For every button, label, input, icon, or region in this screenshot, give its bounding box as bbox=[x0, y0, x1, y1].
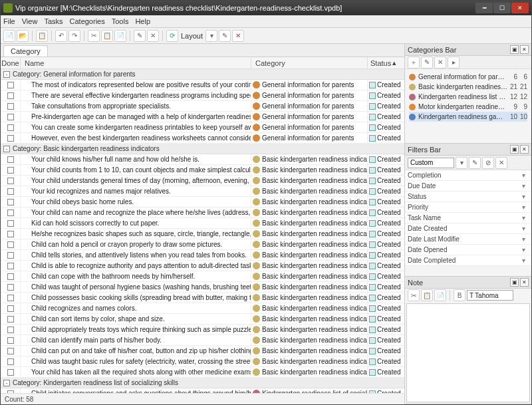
task-row[interactable]: There are several effective kindergarten… bbox=[1, 90, 404, 101]
filter-row[interactable]: Due Date▾ bbox=[405, 181, 531, 192]
done-checkbox[interactable] bbox=[7, 103, 14, 110]
col-name[interactable]: Name bbox=[21, 57, 251, 68]
col-category[interactable]: Category bbox=[251, 57, 368, 68]
task-row[interactable]: Your child understands general times of … bbox=[1, 176, 404, 186]
done-checkbox[interactable] bbox=[7, 241, 14, 248]
filter-row[interactable]: Date Opened▾ bbox=[405, 245, 531, 255]
panel-close-icon[interactable]: ✕ bbox=[520, 145, 529, 154]
cat-button[interactable]: ▸ bbox=[448, 57, 460, 68]
task-row[interactable]: You can create some kindergarten readine… bbox=[1, 122, 404, 133]
menu-tasks[interactable]: Tasks bbox=[44, 17, 63, 25]
filter-delete-button[interactable]: ✕ bbox=[495, 157, 507, 169]
task-row[interactable]: However, even the best kindergarten read… bbox=[1, 133, 404, 144]
done-checkbox[interactable] bbox=[7, 82, 14, 88]
filter-row[interactable]: Date Last Modifie▾ bbox=[405, 234, 531, 245]
group-header[interactable]: -Category: General information for paren… bbox=[1, 69, 404, 80]
col-status[interactable]: Status▴ bbox=[368, 57, 404, 68]
task-row[interactable]: Child can sort items by color, shape and… bbox=[1, 314, 404, 325]
task-row[interactable]: Child recognizes and names colors.Basic … bbox=[1, 303, 404, 314]
toolbar-button[interactable]: ✎ bbox=[219, 30, 231, 42]
done-checkbox[interactable] bbox=[7, 135, 14, 142]
toolbar-button[interactable]: 📄 bbox=[114, 30, 126, 42]
categories-list[interactable]: General information for parents66Basic k… bbox=[405, 69, 531, 124]
refresh-button[interactable]: ⟳ bbox=[166, 30, 178, 42]
filter-dropdown[interactable]: ▾ bbox=[456, 157, 467, 169]
task-row[interactable]: Child tells stories, and attentively lis… bbox=[1, 250, 404, 261]
task-row[interactable]: Child can cope with the bathroom needs b… bbox=[1, 271, 404, 282]
task-row[interactable]: Child initiates conversations and asks q… bbox=[1, 388, 404, 393]
task-row[interactable]: Kid can hold scissors correctly to cut p… bbox=[1, 218, 404, 229]
cat-add-button[interactable]: ＋ bbox=[408, 57, 420, 68]
done-checkbox[interactable] bbox=[7, 369, 14, 376]
grid-body[interactable]: -Category: General information for paren… bbox=[1, 69, 404, 393]
done-checkbox[interactable] bbox=[7, 252, 14, 259]
done-checkbox[interactable] bbox=[7, 231, 14, 237]
note-paste-button[interactable]: 📄 bbox=[434, 289, 446, 301]
category-item[interactable]: General information for parents66 bbox=[409, 72, 527, 82]
minimize-button[interactable]: ━ bbox=[475, 3, 493, 13]
maximize-button[interactable]: ☐ bbox=[493, 3, 511, 13]
task-row[interactable]: Your child knows his/her full name and h… bbox=[1, 154, 404, 165]
task-row[interactable]: Child possesses basic cooking skills (sp… bbox=[1, 293, 404, 303]
task-row[interactable]: Your child has taken all the required sh… bbox=[1, 367, 404, 378]
font-combo[interactable]: TTahoma bbox=[467, 290, 513, 301]
task-row[interactable]: He/she recognizes basic shapes such as s… bbox=[1, 229, 404, 239]
category-item[interactable]: Kindergarten readiness games1010 bbox=[409, 112, 527, 122]
filter-clear-button[interactable]: ⊘ bbox=[482, 157, 494, 169]
done-checkbox[interactable] bbox=[7, 167, 14, 174]
menu-help[interactable]: Help bbox=[135, 17, 150, 25]
done-checkbox[interactable] bbox=[7, 178, 14, 184]
done-checkbox[interactable] bbox=[7, 348, 14, 354]
filter-row[interactable]: Task Name▾ bbox=[405, 213, 531, 223]
done-checkbox[interactable] bbox=[7, 124, 14, 131]
cat-delete-button[interactable]: ✕ bbox=[434, 57, 446, 68]
cat-edit-button[interactable]: ✎ bbox=[421, 57, 433, 68]
note-copy-button[interactable]: 📋 bbox=[421, 289, 433, 301]
done-checkbox[interactable] bbox=[7, 188, 14, 195]
filter-row[interactable]: Completion▾ bbox=[405, 170, 531, 181]
task-row[interactable]: Child is able to recognize authority and… bbox=[1, 261, 404, 271]
filter-row[interactable]: Priority▾ bbox=[405, 202, 531, 213]
menu-view[interactable]: View bbox=[22, 17, 38, 25]
toolbar-button[interactable]: ↷ bbox=[68, 30, 80, 42]
task-row[interactable]: The most of indicators represented below… bbox=[1, 80, 404, 90]
task-row[interactable]: Child appropriately treats toys which re… bbox=[1, 325, 404, 335]
note-bold-button[interactable]: B bbox=[454, 289, 466, 301]
task-row[interactable]: Child can put on and take off his/her co… bbox=[1, 346, 404, 356]
task-row[interactable]: Child was taught of personal hygiene bas… bbox=[1, 282, 404, 293]
toolbar-button[interactable]: 📂 bbox=[17, 30, 29, 42]
done-checkbox[interactable] bbox=[7, 92, 14, 99]
note-cut-button[interactable]: ✂ bbox=[408, 289, 420, 301]
done-checkbox[interactable] bbox=[7, 263, 14, 269]
done-checkbox[interactable] bbox=[7, 273, 14, 280]
toolbar-button[interactable]: 📄 bbox=[3, 30, 15, 42]
task-row[interactable]: Child was taught basic rules for safety … bbox=[1, 356, 404, 367]
note-textarea[interactable] bbox=[406, 303, 530, 402]
task-row[interactable]: Child can hold a pencil or crayon proper… bbox=[1, 239, 404, 250]
task-row[interactable]: Your child counts from 1 to 10, can coun… bbox=[1, 165, 404, 176]
done-checkbox[interactable] bbox=[7, 209, 14, 216]
done-checkbox[interactable] bbox=[7, 358, 14, 365]
toolbar-button[interactable]: 📋 bbox=[36, 30, 48, 42]
toolbar-delete[interactable]: ✕ bbox=[232, 30, 244, 42]
group-header[interactable]: -Category: Basic kindergarten readiness … bbox=[1, 144, 404, 154]
done-checkbox[interactable] bbox=[7, 337, 14, 344]
category-item[interactable]: Kindergarten readiness list of socializi… bbox=[409, 92, 527, 102]
menu-tools[interactable]: Tools bbox=[112, 17, 129, 25]
close-button[interactable]: ✕ bbox=[511, 3, 529, 13]
panel-pin-icon[interactable]: ▣ bbox=[510, 278, 519, 287]
filter-apply-button[interactable]: ✎ bbox=[469, 157, 481, 169]
done-checkbox[interactable] bbox=[7, 305, 14, 312]
done-checkbox[interactable] bbox=[7, 156, 14, 163]
task-row[interactable]: Your child can name and recognize the pl… bbox=[1, 207, 404, 218]
toolbar-button[interactable]: ✂ bbox=[88, 30, 100, 42]
toolbar-button[interactable]: ↶ bbox=[55, 30, 67, 42]
task-row[interactable]: Child can identify main parts of his/her… bbox=[1, 335, 404, 346]
panel-close-icon[interactable]: ✕ bbox=[520, 278, 529, 287]
done-checkbox[interactable] bbox=[7, 220, 14, 227]
filter-row[interactable]: Date Created▾ bbox=[405, 223, 531, 234]
panel-pin-icon[interactable]: ▣ bbox=[510, 45, 519, 54]
done-checkbox[interactable] bbox=[7, 295, 14, 301]
toolbar-button[interactable]: 📋 bbox=[101, 30, 113, 42]
toolbar-button[interactable]: ✕ bbox=[147, 30, 159, 42]
